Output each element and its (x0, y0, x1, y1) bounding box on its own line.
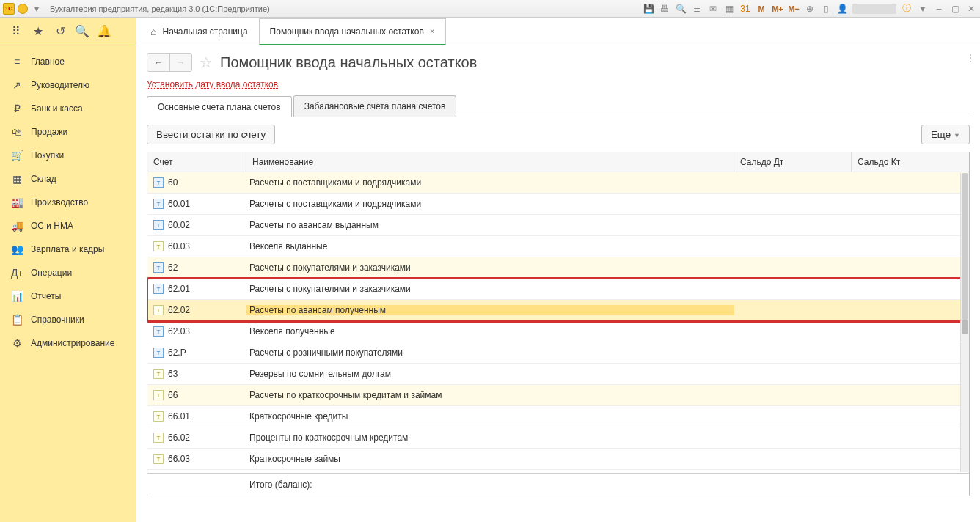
grid-footer: Итого (баланс): (147, 473, 969, 496)
user-icon[interactable]: 👤 (836, 3, 848, 15)
apps-icon[interactable]: ⠿ (9, 24, 23, 39)
account-icon: T (153, 284, 164, 294)
sidebar: ≡Главное↗Руководителю₽Банк и касса🛍Прода… (0, 45, 136, 522)
m-icon[interactable]: M (756, 3, 767, 15)
user-name[interactable] (852, 4, 896, 14)
table-row[interactable]: T63Резервы по сомнительным долгам (147, 364, 969, 385)
info-icon[interactable]: ⓘ (901, 3, 913, 15)
sidebar-item-0[interactable]: ≡Главное (0, 50, 136, 73)
sidebar-item-8[interactable]: 👥Зарплата и кадры (0, 238, 136, 261)
account-code: 62.02 (168, 305, 190, 315)
sidebar-item-9[interactable]: ДтОперации (0, 261, 136, 284)
set-date-link[interactable]: Установить дату ввода остатков (147, 79, 278, 89)
close-tab-icon[interactable]: × (430, 26, 435, 37)
sidebar-item-label: Производство (31, 197, 88, 207)
sidebar-item-label: Зарплата и кадры (31, 244, 104, 254)
close-window-icon[interactable]: ✕ (965, 3, 977, 15)
enter-balance-button[interactable]: Ввести остатки по счету (147, 125, 275, 144)
table-row[interactable]: T62.02Расчеты по авансам полученным (147, 300, 969, 321)
restore-icon[interactable]: ▢ (949, 3, 961, 15)
sidebar-item-5[interactable]: ▦Склад (0, 167, 136, 191)
col-name[interactable]: Наименование (246, 152, 734, 172)
account-name: Расчеты с розничными покупателями (246, 348, 734, 358)
history-icon[interactable]: ↺ (53, 24, 67, 39)
calc-icon[interactable]: ▦ (723, 3, 735, 15)
favorite-icon[interactable]: ★ (31, 24, 45, 39)
account-icon: T (153, 262, 164, 273)
sidebar-item-label: Администрирование (31, 338, 114, 348)
sidebar-item-12[interactable]: ⚙Администрирование (0, 331, 136, 355)
help-icon[interactable]: ⋮ (964, 53, 977, 63)
dropdown-icon[interactable]: ▾ (31, 3, 43, 15)
tab-home[interactable]: ⌂ Начальная страница (139, 18, 259, 45)
theme-icon[interactable] (18, 4, 28, 14)
app-logo-icon: 1C (3, 3, 15, 15)
page-title: Помощник ввода начальных остатков (220, 54, 477, 71)
m-minus-icon[interactable]: M− (788, 3, 800, 15)
col-account[interactable]: Счет (147, 152, 246, 172)
chevron-down-icon: ▼ (954, 132, 960, 139)
print-icon[interactable]: 🖶 (659, 3, 670, 15)
minimize-icon[interactable]: – (933, 3, 945, 15)
forward-button[interactable]: → (169, 54, 191, 71)
sidebar-item-10[interactable]: 📊Отчеты (0, 284, 136, 308)
col-credit[interactable]: Сальдо Кт (852, 152, 969, 172)
col-debit[interactable]: Сальдо Дт (734, 152, 852, 172)
back-button[interactable]: ← (147, 54, 169, 71)
more-button[interactable]: Еще▼ (921, 125, 970, 144)
table-row[interactable]: T62.03Векселя полученные (147, 321, 969, 342)
account-icon: T (153, 241, 164, 251)
table-row[interactable]: T60Расчеты с поставщиками и подрядчиками (147, 172, 969, 194)
tab-main-accounts[interactable]: Основные счета плана счетов (147, 96, 292, 117)
grid-body[interactable]: T60Расчеты с поставщиками и подрядчиками… (147, 172, 969, 473)
calendar-icon[interactable]: 31 (739, 3, 751, 15)
sidebar-item-label: Операции (31, 268, 72, 278)
table-row[interactable]: T66Расчеты по краткосрочным кредитам и з… (147, 385, 969, 406)
table-row[interactable]: T66.02Проценты по краткосрочным кредитам (147, 427, 969, 449)
table-row[interactable]: T66.03Краткосрочные займы (147, 449, 969, 470)
sidebar-icon: ↗ (10, 79, 23, 91)
table-row[interactable]: T66.01Краткосрочные кредиты (147, 406, 969, 427)
account-name: Расчеты с покупателями и заказчиками (246, 284, 734, 294)
vertical-scrollbar[interactable] (960, 173, 969, 472)
table-row[interactable]: T62.РРасчеты с розничными покупателями (147, 342, 969, 364)
sidebar-item-7[interactable]: 🚚ОС и НМА (0, 214, 136, 238)
zoom-icon[interactable]: ⊕ (804, 3, 816, 15)
dropdown2-icon[interactable]: ▾ (917, 3, 929, 15)
table-row[interactable]: T62.01Расчеты с покупателями и заказчика… (147, 279, 969, 300)
notifications-icon[interactable]: 🔔 (97, 24, 111, 39)
sidebar-item-1[interactable]: ↗Руководителю (0, 73, 136, 97)
table-row[interactable]: T60.01Расчеты с поставщиками и подрядчик… (147, 194, 969, 215)
table-row[interactable]: T62Расчеты с покупателями и заказчиками (147, 257, 969, 279)
sidebar-icon: 🛍 (10, 126, 23, 138)
account-code: 62.01 (168, 284, 190, 294)
account-code: 62 (168, 262, 178, 273)
sidebar-item-4[interactable]: 🛒Покупки (0, 144, 136, 167)
panel-icon[interactable]: ▯ (820, 3, 832, 15)
account-name: Расчеты с поставщиками и подрядчиками (246, 177, 734, 188)
accounts-grid: Счет Наименование Сальдо Дт Сальдо Кт T6… (147, 152, 970, 496)
account-name: Краткосрочные кредиты (246, 411, 734, 422)
sidebar-item-label: Отчеты (31, 291, 61, 301)
m-plus-icon[interactable]: M+ (772, 3, 783, 15)
sidebar-item-label: Главное (31, 56, 65, 67)
table-row[interactable]: T60.03Векселя выданные (147, 236, 969, 257)
sidebar-item-6[interactable]: 🏭Производство (0, 191, 136, 214)
favorite-star-icon[interactable]: ☆ (200, 54, 213, 71)
table-row[interactable]: T60.02Расчеты по авансам выданным (147, 215, 969, 236)
sidebar-item-2[interactable]: ₽Банк и касса (0, 97, 136, 120)
preview-icon[interactable]: 🔍 (675, 3, 687, 15)
save-icon[interactable]: 💾 (643, 3, 654, 15)
compare-icon[interactable]: ≣ (691, 3, 703, 15)
search-icon[interactable]: 🔍 (75, 24, 89, 39)
tab-offbalance-accounts[interactable]: Забалансовые счета плана счетов (293, 95, 457, 117)
sidebar-icon: ▦ (10, 173, 23, 185)
sidebar-item-11[interactable]: 📋Справочники (0, 308, 136, 331)
send-icon[interactable]: ✉ (707, 3, 719, 15)
sidebar-item-3[interactable]: 🛍Продажи (0, 120, 136, 144)
sidebar-icon: ₽ (10, 103, 23, 114)
app-title: Бухгалтерия предприятия, редакция 3.0 (1… (50, 4, 270, 13)
account-code: 66.02 (168, 433, 190, 443)
account-code: 62.03 (168, 326, 190, 337)
tab-assistant[interactable]: Помощник ввода начальных остатков × (259, 18, 446, 45)
